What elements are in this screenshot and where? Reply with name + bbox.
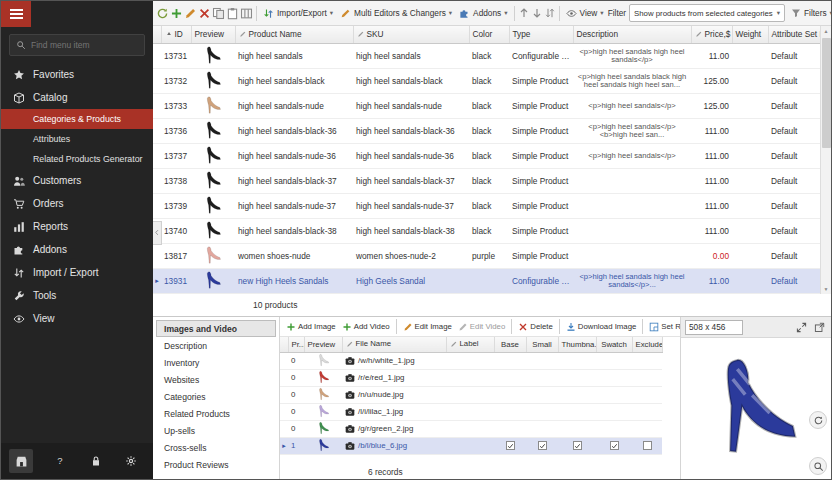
scroll-up-icon[interactable]: ▲ [824,26,829,36]
collapse-sidebar-handle[interactable] [153,221,162,245]
checkbox-cell-exclude[interactable] [632,437,662,454]
tab-cross-sells[interactable]: Cross-sells [156,439,276,456]
checkbox-cell-thumbnail[interactable] [558,420,596,437]
swatch-checkbox[interactable] [610,441,619,450]
refresh-button[interactable] [156,4,169,23]
scrollbar-thumb[interactable] [822,38,831,148]
set-resize-rule-button[interactable]: Set Resize Rule▾ [647,321,680,333]
import-export-menu-button[interactable]: Import/Export▾ [260,6,336,21]
checkbox-cell-base[interactable] [494,369,526,386]
product-row-13736[interactable]: 13736high heel sandals-black-36high heel… [153,118,820,143]
image-row-l-i-lilac-1-jpg[interactable]: 0/l/i/lilac_1.jpg [280,403,662,420]
checkbox-cell-swatch[interactable] [596,403,632,420]
column-header-weight[interactable]: Weight [732,26,768,43]
scroll-down-icon[interactable]: ▼ [824,284,829,294]
column-header-id[interactable]: ID [161,26,191,43]
paste-button[interactable] [226,4,239,23]
column-header-sku[interactable]: SKU [353,26,469,43]
delete-product-button[interactable] [198,4,211,23]
checkbox-cell-small[interactable] [526,352,558,369]
product-row-13732[interactable]: 13732high heel sandals-blackhigh heel sa… [153,68,820,93]
image-row-n-u-nude-jpg[interactable]: 0/n/u/nude.jpg [280,386,662,403]
multi-editors-changers-menu-button[interactable]: Multi Editors & Changers▾ [337,6,455,21]
edit-video-button[interactable]: Edit Video [456,321,507,333]
store-button[interactable] [9,449,33,473]
column-header-base[interactable]: Base [494,337,526,352]
column-header-price[interactable]: Price,$ [691,26,732,43]
checkbox-cell-exclude[interactable] [632,369,662,386]
checkbox-cell-base[interactable] [494,403,526,420]
column-header-preview[interactable]: Preview [191,26,235,43]
addons-menu-button[interactable]: Addons▾ [456,6,510,21]
column-header-description[interactable]: Description [573,26,691,43]
column-header-file-name[interactable]: File Name [342,337,446,352]
column-header-exclude[interactable]: Exclude [632,337,662,352]
checkbox-cell-base[interactable] [494,352,526,369]
column-header-label[interactable]: Label [446,337,494,352]
tab-images-and-video[interactable]: Images and Video [156,320,276,337]
columns-button[interactable] [240,4,253,23]
column-header-type[interactable]: Type [509,26,573,43]
sidebar-item-catalog[interactable]: Catalog [1,86,153,109]
sidebar-item-reports[interactable]: Reports [1,215,153,238]
checkbox-cell-thumbnail[interactable] [558,437,596,454]
image-row-g-r-green-2-jpg[interactable]: 0/g/r/green_2.jpg [280,420,662,437]
gear-button[interactable] [123,453,139,469]
edit-product-button[interactable] [184,4,197,23]
menu-search-input[interactable] [31,40,138,50]
tab-websites[interactable]: Websites [156,371,276,388]
open-external-icon[interactable] [812,320,827,335]
checkbox-cell-exclude[interactable] [632,403,662,420]
column-header-product-name[interactable]: Product Name [235,26,353,43]
checkbox-cell-swatch[interactable] [596,352,632,369]
column-header-thumbna[interactable]: Thumbna... [558,337,596,352]
sidebar-item-addons[interactable]: Addons [1,238,153,261]
menu-toggle-button[interactable] [1,1,31,27]
image-row-r-e-red-1-jpg[interactable]: 0/r/e/red_1.jpg [280,369,662,386]
resize-dimensions-input[interactable] [685,320,743,335]
sidebar-item-view[interactable]: View [1,307,153,330]
checkbox-cell-small[interactable] [526,386,558,403]
product-row-13737[interactable]: 13737high heel sandals-nude-36high heel … [153,143,820,168]
product-row-13817[interactable]: 13817women shoes-nudewomen shoes-nude-2p… [153,243,820,268]
checkbox-cell-exclude[interactable] [632,352,662,369]
zoom-image-button[interactable] [809,457,827,475]
checkbox-cell-thumbnail[interactable] [558,403,596,420]
image-row-w-h-white-1-jpg[interactable]: 0/w/h/white_1.jpg [280,352,662,369]
checkbox-cell-small[interactable] [526,437,558,454]
column-header-pr[interactable]: Pr... [288,337,304,352]
rotate-image-button[interactable] [809,411,827,429]
scrollbar-track[interactable] [821,36,831,284]
sidebar-item-orders[interactable]: Orders [1,192,153,215]
checkbox-cell-small[interactable] [526,369,558,386]
checkbox-cell-exclude[interactable] [632,420,662,437]
move-down-button[interactable] [531,4,543,23]
vertical-scrollbar[interactable]: ▲ ▼ [820,26,831,294]
product-row-13931[interactable]: ▸13931new High Heels SandalsHigh Geels S… [153,268,820,293]
tab-product-reviews[interactable]: Product Reviews [156,456,276,473]
checkbox-cell-base[interactable] [494,437,526,454]
expand-preview-icon[interactable] [794,320,809,335]
checkbox-cell-base[interactable] [494,420,526,437]
sidebar-item-attributes[interactable]: Attributes [1,129,153,149]
sidebar-item-favorites[interactable]: Favorites [1,63,153,86]
column-header-swatch[interactable]: Swatch [596,337,632,352]
category-filter-select[interactable]: Show products from selected categories ▾ [629,4,785,22]
tab-up-sells[interactable]: Up-sells [156,422,276,439]
sidebar-item-tools[interactable]: Tools [1,284,153,307]
product-row-13733[interactable]: 13733high heel sandals-nudehigh heel san… [153,93,820,118]
sidebar-item-related-products-generator[interactable]: Related Products Generator [1,149,153,169]
checkbox-cell-small[interactable] [526,420,558,437]
small-checkbox[interactable] [538,441,547,450]
add-product-button[interactable] [170,4,183,23]
tab-description[interactable]: Description [156,337,276,354]
tab-inventory[interactable]: Inventory [156,354,276,371]
checkbox-cell-small[interactable] [526,403,558,420]
swap-rows-button[interactable] [544,4,556,23]
product-row-13738[interactable]: 13738high heel sandals-black-37high heel… [153,168,820,193]
product-row-13731[interactable]: 13731high heel sandalshigh heel sandalsb… [153,43,820,68]
edit-image-button[interactable]: Edit Image [401,321,454,333]
checkbox-cell-exclude[interactable] [632,386,662,403]
checkbox-cell-swatch[interactable] [596,437,632,454]
copy-button[interactable] [212,4,225,23]
